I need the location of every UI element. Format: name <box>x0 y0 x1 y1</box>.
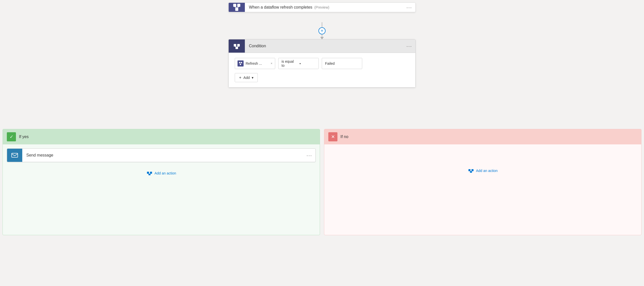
svg-rect-6 <box>237 44 240 47</box>
send-message-title-area: Send message <box>22 149 303 162</box>
trigger-preview: (Preview) <box>314 5 329 9</box>
send-message-icon-area <box>7 149 22 162</box>
branch-yes-label: If yes <box>19 135 29 139</box>
condition-title-area: Condition <box>245 39 403 53</box>
no-add-action-icon <box>468 168 474 174</box>
branch-no-body: Add an action <box>324 144 641 182</box>
trigger-title-area: When a dataflow refresh completes (Previ… <box>245 3 403 12</box>
svg-rect-5 <box>234 44 236 47</box>
condition-row: Refresh ... × is equal to ▾ Failed <box>235 58 409 69</box>
no-add-action-label: Add an action <box>476 169 498 173</box>
condition-add-button[interactable]: + Add ▾ <box>235 73 258 82</box>
trigger-block: When a dataflow refresh completes (Previ… <box>228 3 416 12</box>
condition-left-value[interactable]: Refresh ... × <box>235 58 275 69</box>
condition-right-value[interactable]: Failed <box>322 58 362 69</box>
branch-yes: ✓ If yes Send message ··· <box>3 129 320 235</box>
branch-yes-body: Send message ··· Add an action <box>3 144 320 184</box>
svg-rect-0 <box>233 4 236 7</box>
add-button-label: Add <box>243 76 250 80</box>
operator-chevron-icon: ▾ <box>299 62 315 65</box>
svg-rect-19 <box>470 171 472 173</box>
branches-container: ✓ If yes Send message ··· <box>3 129 641 235</box>
send-message-action: Send message ··· <box>7 148 316 162</box>
svg-rect-11 <box>241 62 242 63</box>
plus-icon: + <box>239 75 241 80</box>
svg-rect-18 <box>471 169 474 171</box>
trigger-title: When a dataflow refresh completes <box>249 5 312 10</box>
svg-rect-2 <box>235 8 238 11</box>
condition-block: Condition ··· Refresh ... × <box>228 39 416 87</box>
yes-add-action-link[interactable]: Add an action <box>7 166 316 180</box>
add-chevron-icon: ▾ <box>252 76 253 80</box>
send-message-title: Send message <box>26 153 53 158</box>
connector-line-top <box>322 22 322 27</box>
condition-menu-button[interactable]: ··· <box>403 39 415 53</box>
branch-no-header: ✕ If no <box>324 129 641 144</box>
branch-no-label: If no <box>340 135 348 139</box>
condition-left-label: Refresh ... <box>246 61 268 65</box>
svg-rect-14 <box>147 172 149 174</box>
condition-operator-label: is equal to <box>282 59 297 68</box>
svg-rect-1 <box>237 4 240 7</box>
svg-rect-7 <box>235 47 238 49</box>
no-add-action-link[interactable]: Add an action <box>328 164 637 178</box>
condition-title: Condition <box>249 44 266 48</box>
branch-no-icon: ✕ <box>328 132 337 141</box>
svg-line-9 <box>237 47 239 47</box>
svg-rect-13 <box>12 153 18 157</box>
condition-operator-dropdown[interactable]: is equal to ▾ <box>278 58 319 69</box>
condition-icon-area <box>229 39 245 53</box>
svg-rect-12 <box>240 64 241 65</box>
yes-add-action-icon <box>146 170 153 176</box>
add-step-button[interactable]: + <box>318 27 326 34</box>
dataflow-icon <box>232 3 241 12</box>
branch-yes-icon: ✓ <box>7 132 16 141</box>
svg-rect-10 <box>239 62 240 63</box>
svg-line-8 <box>235 47 237 47</box>
svg-rect-15 <box>150 172 152 174</box>
svg-rect-16 <box>148 174 151 175</box>
svg-line-4 <box>237 7 239 8</box>
trigger-to-condition-connector: + <box>318 22 326 39</box>
branch-yes-header: ✓ If yes <box>3 129 320 144</box>
branch-no: ✕ If no Add an action <box>324 129 641 235</box>
condition-left-close[interactable]: × <box>271 62 272 65</box>
yes-add-action-label: Add an action <box>155 171 176 175</box>
svg-rect-17 <box>468 169 470 171</box>
connector-line-bottom <box>322 34 322 37</box>
condition-header: Condition ··· <box>229 39 415 53</box>
trigger-icon-area <box>229 3 245 12</box>
svg-line-3 <box>235 7 237 8</box>
send-message-icon <box>11 151 19 159</box>
condition-icon <box>233 42 241 50</box>
condition-body: Refresh ... × is equal to ▾ Failed + Add… <box>229 53 415 87</box>
refresh-icon-small <box>238 60 244 67</box>
trigger-menu-button[interactable]: ··· <box>403 3 415 12</box>
send-message-menu-button[interactable]: ··· <box>303 149 315 162</box>
